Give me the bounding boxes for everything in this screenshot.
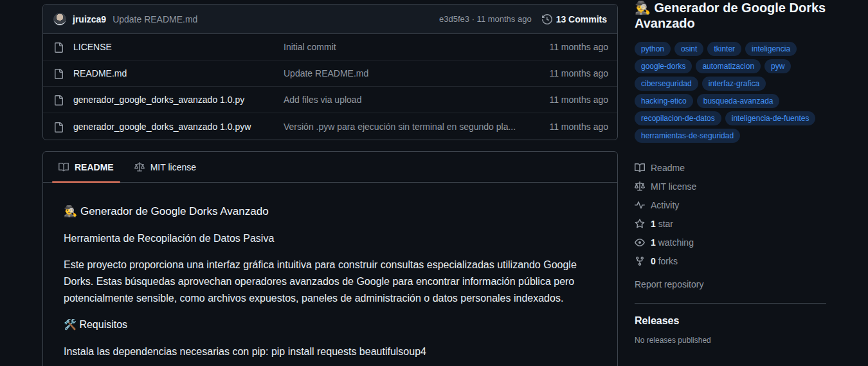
- forks-count: 0: [651, 256, 656, 266]
- sidebar-item-readme[interactable]: Readme: [635, 158, 826, 177]
- watching-count: 1: [651, 237, 656, 248]
- file-link[interactable]: LICENSE: [73, 42, 284, 52]
- readme-content: 🕵️‍♂️ Generador de Google Dorks Avanzado…: [43, 183, 617, 366]
- readme-install-line: Instala las dependencias necesarias con …: [64, 343, 597, 360]
- file-icon: [53, 122, 64, 133]
- topic-tags: python osint tkinter inteligencia google…: [635, 42, 821, 143]
- readme-paragraph: Este proyecto proporciona una interfaz g…: [64, 257, 597, 307]
- tab-mit-license[interactable]: MIT license: [128, 152, 203, 182]
- tab-license-label: MIT license: [150, 162, 196, 172]
- book-icon: [635, 163, 645, 173]
- topic-tag[interactable]: ciberseguridad: [635, 77, 698, 91]
- topic-tag[interactable]: herramientas-de-seguridad: [635, 129, 740, 143]
- repo-sidebar: 🕵️‍♂️ Generador de Google Dorks Avanzado…: [635, 0, 826, 345]
- topic-tag[interactable]: google-dorks: [635, 59, 692, 73]
- sidebar-divider: [635, 303, 826, 304]
- table-row: generador_google_dorks_avanzado 1.0.py A…: [43, 87, 617, 113]
- topic-tag[interactable]: inteligencia: [745, 42, 797, 56]
- readme-panel: README MIT license 🕵️‍♂️ Generador de Go…: [42, 151, 618, 366]
- sidebar-item-stars[interactable]: 1 star: [635, 214, 826, 233]
- pulse-icon: [635, 200, 645, 210]
- topic-tag[interactable]: inteligencia-de-fuentes: [725, 111, 816, 125]
- file-commit-message[interactable]: Add files via upload: [284, 95, 518, 105]
- file-icon: [53, 69, 64, 79]
- tab-readme[interactable]: README: [52, 152, 120, 182]
- readme-requisitos-heading: 🛠️ Requisitos: [64, 316, 597, 333]
- fork-icon: [635, 256, 645, 266]
- stars-label: star: [658, 219, 673, 229]
- repo-title: 🕵️‍♂️ Generador de Google Dorks Avanzado: [635, 0, 827, 31]
- file-link[interactable]: generador_google_dorks_avanzado 1.0.pyw: [73, 122, 284, 132]
- table-row: LICENSE Initial commit 11 months ago: [43, 34, 617, 60]
- topic-tag[interactable]: hacking-etico: [635, 94, 693, 108]
- star-icon: [635, 219, 645, 229]
- commit-message-link[interactable]: Update README.md: [113, 14, 197, 24]
- sidebar-meta-list: Readme MIT license Activity 1 star 1 wat…: [635, 158, 826, 270]
- law-icon: [134, 162, 145, 172]
- stars-count: 1: [651, 219, 656, 229]
- file-commit-date: 11 months ago: [518, 42, 608, 52]
- table-row: README.md Update README.md 11 months ago: [43, 60, 617, 87]
- report-repository-link[interactable]: Report repository: [635, 275, 826, 293]
- file-link[interactable]: README.md: [73, 68, 284, 78]
- repo-main-column: jruizca9 Update README.md e3d5fe3 · 11 m…: [42, 4, 618, 366]
- releases-empty-text: No releases published: [635, 336, 826, 345]
- file-commit-date: 11 months ago: [518, 95, 608, 105]
- eye-icon: [635, 237, 645, 248]
- topic-tag[interactable]: pyw: [764, 59, 791, 73]
- topic-tag[interactable]: recopilacion-de-datos: [635, 111, 721, 125]
- tab-readme-label: README: [75, 162, 114, 172]
- file-browser: jruizca9 Update README.md e3d5fe3 · 11 m…: [42, 4, 618, 140]
- readme-tab-bar: README MIT license: [43, 152, 617, 183]
- book-icon: [59, 162, 69, 172]
- watching-label: watching: [658, 237, 694, 248]
- sidebar-item-license[interactable]: MIT license: [635, 177, 826, 196]
- license-label: MIT license: [651, 181, 696, 192]
- readme-title: 🕵️‍♂️ Generador de Google Dorks Avanzado: [64, 203, 597, 220]
- file-commit-message[interactable]: Update README.md: [284, 68, 518, 78]
- table-row: generador_google_dorks_avanzado 1.0.pyw …: [43, 113, 617, 140]
- topic-tag[interactable]: interfaz-grafica: [702, 77, 766, 91]
- file-icon: [53, 42, 64, 53]
- repository-page: jruizca9 Update README.md e3d5fe3 · 11 m…: [0, 0, 868, 366]
- releases-heading[interactable]: Releases: [635, 315, 826, 327]
- topic-tag[interactable]: python: [635, 42, 671, 56]
- file-link[interactable]: generador_google_dorks_avanzado 1.0.py: [73, 95, 284, 105]
- file-commit-date: 11 months ago: [518, 122, 608, 132]
- sidebar-item-activity[interactable]: Activity: [635, 196, 826, 214]
- topic-tag[interactable]: tkinter: [707, 42, 741, 56]
- file-commit-message[interactable]: Versión .pyw para ejecución sin terminal…: [284, 122, 518, 132]
- topic-tag[interactable]: automatizacion: [696, 59, 761, 73]
- commits-count-label: 13 Commits: [556, 14, 607, 24]
- readme-label: Readme: [651, 163, 685, 173]
- history-icon: [542, 14, 552, 24]
- topic-tag[interactable]: busqueda-avanzada: [697, 94, 780, 108]
- file-commit-message[interactable]: Initial commit: [284, 42, 518, 52]
- file-commit-date: 11 months ago: [518, 68, 608, 78]
- commit-history-link[interactable]: 13 Commits: [542, 14, 607, 24]
- commit-sha-time[interactable]: e3d5fe3 · 11 months ago: [439, 14, 532, 24]
- sidebar-item-watching[interactable]: 1 watching: [635, 233, 826, 252]
- file-icon: [53, 95, 64, 105]
- sidebar-item-forks[interactable]: 0 forks: [635, 252, 826, 270]
- forks-label: forks: [658, 256, 678, 266]
- avatar[interactable]: [53, 13, 66, 26]
- law-icon: [635, 181, 645, 192]
- commit-author-link[interactable]: jruizca9: [73, 14, 106, 24]
- topic-tag[interactable]: osint: [674, 42, 703, 56]
- latest-commit-bar: jruizca9 Update README.md e3d5fe3 · 11 m…: [43, 5, 617, 34]
- readme-subtitle: Herramienta de Recopilación de Datos Pas…: [64, 230, 597, 247]
- activity-label: Activity: [651, 200, 679, 210]
